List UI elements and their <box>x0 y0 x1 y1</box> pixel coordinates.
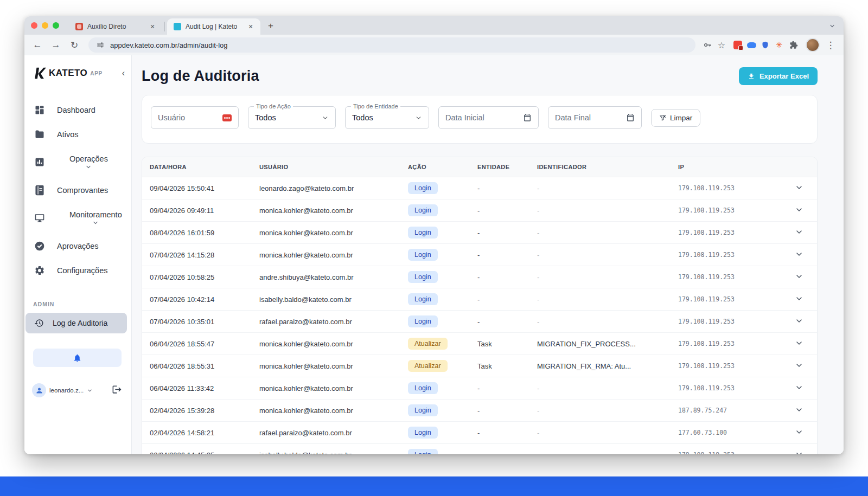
export-excel-button[interactable]: Exportar Excel <box>739 67 818 85</box>
maximize-window-button[interactable] <box>53 22 59 29</box>
cell-entity: - <box>477 207 537 215</box>
sidebar-item-label: Aprovações <box>57 242 99 250</box>
data-final-field[interactable] <box>548 106 642 129</box>
sidebar-item-label: Dashboard <box>57 106 95 114</box>
chevron-down-icon <box>795 317 803 325</box>
tab-audit-log[interactable]: Audit Log | Kateto ✕ <box>167 18 260 35</box>
cell-ip: 179.108.119.253 <box>678 295 781 303</box>
back-button[interactable]: ← <box>30 37 45 53</box>
tab-auxilio-direto[interactable]: Auxílio Direto ✕ <box>69 18 162 35</box>
chevron-down-icon[interactable] <box>87 388 93 394</box>
minimize-window-button[interactable] <box>42 22 48 29</box>
password-key-icon[interactable] <box>702 40 713 50</box>
action-badge: Login <box>408 182 438 194</box>
row-expand-button[interactable] <box>793 359 806 372</box>
url-text: appdev.kateto.com.br/admin/audit-log <box>110 41 228 49</box>
row-expand-button[interactable] <box>793 248 806 261</box>
tipo-entidade-select[interactable]: Tipo de Entidade Todos <box>345 106 429 129</box>
cell-identifier: - <box>537 429 678 437</box>
row-expand-button[interactable] <box>793 226 806 239</box>
brand-name: KATETO <box>49 68 87 79</box>
data-inicial-input[interactable] <box>445 113 523 122</box>
chevron-down-icon <box>795 272 803 281</box>
row-expand-button[interactable] <box>793 293 806 306</box>
extension-adblock-icon[interactable] <box>733 41 742 49</box>
sidebar-item-configuracoes[interactable]: Configurações <box>24 258 131 282</box>
row-expand-button[interactable] <box>793 204 806 217</box>
sidebar-item-operacoes[interactable]: Operações <box>24 146 131 178</box>
action-badge: Login <box>408 315 438 327</box>
tab-search-button[interactable] <box>826 20 838 31</box>
table-row: 02/04/2026 14:45:25 isabelly.baldo@katet… <box>142 444 817 454</box>
password-manager-icon[interactable] <box>222 114 232 121</box>
site-info-icon[interactable] <box>95 40 106 50</box>
dashboard-icon <box>34 105 45 115</box>
limpar-button[interactable]: Limpar <box>651 109 700 127</box>
row-expand-button[interactable] <box>793 270 806 284</box>
notifications-button[interactable] <box>33 349 122 367</box>
logout-icon[interactable] <box>112 384 124 396</box>
data-inicial-field[interactable] <box>438 106 539 129</box>
brand-suffix: APP <box>90 70 102 76</box>
tab-close-icon[interactable]: ✕ <box>148 22 157 31</box>
book-icon <box>34 185 45 196</box>
chevron-down-icon <box>795 450 803 455</box>
sidebar-item-label: Operações <box>69 154 108 163</box>
user-name[interactable]: leonardo.z... <box>49 387 84 394</box>
bookmark-star-icon[interactable]: ☆ <box>716 40 727 50</box>
tab-favicon <box>174 23 181 30</box>
chevron-down-icon <box>795 383 803 392</box>
profile-avatar[interactable] <box>806 38 820 52</box>
calendar-icon[interactable] <box>626 113 635 122</box>
data-final-input[interactable] <box>555 113 626 122</box>
sidebar-nav: Dashboard Ativos Operações <box>24 98 131 282</box>
extension-shield-icon[interactable] <box>761 41 770 49</box>
tipo-acao-select[interactable]: Tipo de Ação Todos <box>248 106 336 129</box>
reload-button[interactable]: ↻ <box>67 37 82 53</box>
sidebar-item-monitoramento[interactable]: Monitoramento <box>24 202 131 234</box>
new-tab-button[interactable]: + <box>264 19 278 33</box>
cell-identifier: - <box>537 273 678 281</box>
action-badge: Atualizar <box>408 360 448 372</box>
sidebar-item-label: Ativos <box>57 130 79 139</box>
cell-user: monica.kohler@kateto.com.br <box>259 407 408 415</box>
usuario-input[interactable] <box>158 113 222 122</box>
cell-identifier: - <box>537 229 678 237</box>
browser-menu-icon[interactable]: ⋮ <box>823 37 838 53</box>
sidebar-item-ativos[interactable]: Ativos <box>24 122 131 146</box>
main-content: Log de Auditoria Exportar Excel Tipo de … <box>132 55 844 454</box>
row-expand-button[interactable] <box>793 182 806 195</box>
cell-datetime: 06/04/2026 18:55:47 <box>150 340 259 348</box>
history-icon <box>34 318 44 328</box>
forward-button[interactable]: → <box>48 37 63 53</box>
sidebar-item-label: Log de Auditoria <box>53 319 107 327</box>
cell-identifier: MIGRATION_FIX_PROCESS... <box>537 340 678 348</box>
row-expand-button[interactable] <box>793 404 806 417</box>
close-window-button[interactable] <box>31 22 37 29</box>
row-expand-button[interactable] <box>793 315 806 328</box>
usuario-field[interactable] <box>151 106 239 129</box>
cell-identifier: - <box>537 407 678 415</box>
extensions-puzzle-icon[interactable] <box>788 40 799 50</box>
row-expand-button[interactable] <box>793 382 806 395</box>
row-expand-button[interactable] <box>793 337 806 350</box>
chevron-down-icon <box>795 428 803 436</box>
cell-ip: 179.108.119.253 <box>678 251 781 259</box>
user-avatar[interactable] <box>32 383 46 397</box>
cell-ip: 177.60.73.100 <box>678 429 781 436</box>
chevron-down-icon <box>795 361 803 370</box>
chevron-down-icon <box>795 228 803 236</box>
sidebar-collapse-icon[interactable]: ‹ <box>122 69 125 78</box>
cell-ip: 187.89.75.247 <box>678 407 781 414</box>
sidebar-item-log-de-auditoria[interactable]: Log de Auditoria <box>25 313 127 333</box>
calendar-icon[interactable] <box>523 113 532 122</box>
row-expand-button[interactable] <box>793 426 806 439</box>
extension-blue-icon[interactable] <box>747 42 756 48</box>
sidebar-item-aprovacoes[interactable]: Aprovações <box>24 234 131 258</box>
row-expand-button[interactable] <box>793 448 806 454</box>
extension-burst-icon[interactable]: ✳ <box>775 41 783 49</box>
address-bar[interactable]: appdev.kateto.com.br/admin/audit-log <box>88 37 695 53</box>
sidebar-item-dashboard[interactable]: Dashboard <box>24 98 131 122</box>
tab-close-icon[interactable]: ✕ <box>246 22 255 31</box>
sidebar-item-comprovantes[interactable]: Comprovantes <box>24 178 131 202</box>
